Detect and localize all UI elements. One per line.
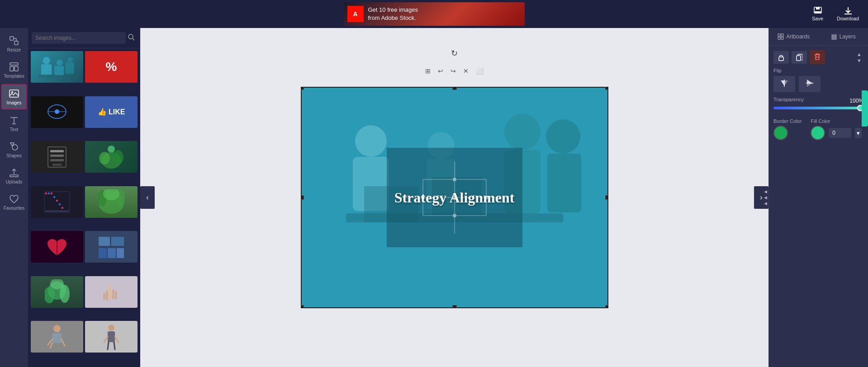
image-thumb[interactable] (85, 186, 138, 218)
image-thumb[interactable] (31, 321, 83, 353)
color-controls: Border Color Fill Color 0 ▾ (773, 118, 863, 145)
color-row: Border Color Fill Color 0 ▾ (773, 118, 863, 140)
svg-point-30 (55, 109, 59, 114)
duplicate-button[interactable] (792, 51, 807, 64)
ad-text: Get 10 free images from Adobe Stock. (368, 6, 418, 22)
sidebar-item-uploads[interactable]: Uploads (1, 164, 27, 188)
svg-rect-46 (53, 196, 55, 198)
next-slide-button[interactable]: › (754, 186, 768, 209)
svg-point-89 (546, 119, 580, 154)
svg-rect-59 (108, 248, 116, 258)
lock-button[interactable] (773, 51, 789, 64)
delete-button[interactable] (810, 50, 825, 64)
tab-artboards[interactable]: Artboards (769, 28, 819, 45)
svg-point-13 (11, 91, 13, 93)
right-content: ▲ ▼ Flip (769, 46, 868, 367)
delete-element-button[interactable]: ✕ (461, 66, 471, 76)
svg-rect-67 (112, 289, 114, 299)
prev-slide-button[interactable]: ‹ (140, 186, 155, 209)
image-thumb[interactable] (31, 186, 83, 218)
flip-label: Flip (773, 68, 863, 73)
canvas-toolbar: ↻ ⊞ ↩ ↪ ✕ ⬜ (423, 66, 486, 76)
svg-point-104 (453, 178, 456, 181)
transparency-slider[interactable] (773, 107, 863, 109)
artboards-tab-label: Artboards (786, 33, 810, 40)
adobe-logo-icon: A (347, 6, 364, 22)
resize-icon (9, 35, 19, 46)
templates-label: Templates (4, 74, 24, 79)
svg-rect-5 (10, 37, 14, 40)
svg-rect-107 (781, 34, 783, 36)
shapes-label: Shapes (6, 153, 22, 158)
image-thumb[interactable] (31, 96, 83, 128)
svg-rect-2 (815, 11, 821, 13)
image-thumb[interactable]: 👍 LIKE (85, 96, 138, 128)
svg-rect-57 (111, 237, 124, 246)
sidebar-item-resize[interactable]: Resize (1, 32, 27, 56)
svg-line-78 (104, 337, 108, 342)
svg-line-74 (62, 339, 65, 346)
svg-marker-123 (807, 83, 812, 87)
image-thumb[interactable] (31, 141, 83, 173)
border-color-label: Border Color (773, 118, 802, 124)
adobe-ad-banner[interactable]: A Get 10 free images from Adobe Stock. (344, 2, 525, 26)
svg-rect-68 (115, 291, 117, 299)
svg-rect-45 (51, 193, 52, 194)
flip-buttons (773, 76, 863, 92)
svg-point-22 (43, 57, 50, 64)
image-thumb[interactable] (85, 141, 138, 173)
canvas-area[interactable]: ‹ ↻ ⊞ ↩ ↪ ✕ ⬜ (140, 28, 768, 367)
svg-rect-49 (62, 207, 63, 209)
image-thumb[interactable] (31, 231, 83, 263)
svg-rect-111 (832, 37, 836, 38)
canvas-overlay-box: Strategy Alignment (387, 148, 522, 247)
save-button[interactable]: Save (807, 5, 828, 23)
fill-color-swatch[interactable] (811, 126, 825, 140)
tab-layers[interactable]: Layers (819, 28, 868, 45)
image-thumb[interactable]: % (85, 51, 138, 83)
top-actions: Save Download (807, 5, 863, 23)
shapes-icon (9, 141, 19, 152)
flip-horizontal-button[interactable] (773, 76, 795, 92)
layers-tab-label: Layers (840, 33, 856, 40)
collapse-up-button[interactable]: ▲ (855, 51, 863, 57)
image-thumb[interactable] (85, 321, 138, 353)
sidebar-item-shapes[interactable]: Shapes (1, 137, 27, 162)
svg-rect-77 (108, 331, 115, 342)
grid-button[interactable]: ⊞ (423, 66, 433, 76)
svg-rect-42 (44, 192, 70, 212)
images-label: Images (7, 100, 22, 105)
sidebar-item-text[interactable]: Text (1, 111, 27, 136)
svg-line-81 (114, 342, 115, 349)
search-button[interactable] (126, 32, 137, 44)
search-input[interactable] (32, 32, 126, 44)
border-color-swatch[interactable] (773, 126, 788, 140)
svg-rect-10 (10, 66, 14, 71)
fill-number-input[interactable]: 0 (829, 128, 851, 138)
svg-rect-23 (41, 64, 52, 75)
image-thumb[interactable] (31, 51, 83, 83)
svg-point-26 (67, 57, 73, 62)
image-thumb[interactable] (85, 231, 138, 263)
image-thumb[interactable] (31, 276, 83, 308)
flip-vertical-button[interactable] (799, 76, 821, 92)
rotate-handle[interactable]: ↻ (450, 49, 459, 58)
undo-button[interactable]: ↩ (436, 66, 446, 76)
svg-rect-108 (778, 37, 780, 39)
image-thumb[interactable] (85, 276, 138, 308)
expand-button[interactable]: ⬜ (474, 66, 486, 76)
sidebar-item-favourites[interactable]: Favourites (1, 190, 27, 214)
sidebar-item-templates[interactable]: Templates (1, 58, 27, 82)
download-label: Download (837, 16, 859, 21)
fill-dropdown-button[interactable]: ▾ (855, 128, 862, 138)
redo-button[interactable]: ↪ (448, 66, 458, 76)
collapse-down-button[interactable]: ▼ (855, 57, 863, 64)
svg-point-83 (355, 125, 387, 157)
svg-line-80 (108, 342, 109, 349)
svg-point-71 (53, 325, 61, 332)
svg-rect-90 (547, 154, 581, 212)
download-button[interactable]: Download (832, 5, 863, 23)
sidebar-item-images[interactable]: Images (1, 84, 27, 109)
save-icon (813, 7, 823, 15)
canvas-element[interactable]: Strategy Alignment (301, 87, 608, 308)
